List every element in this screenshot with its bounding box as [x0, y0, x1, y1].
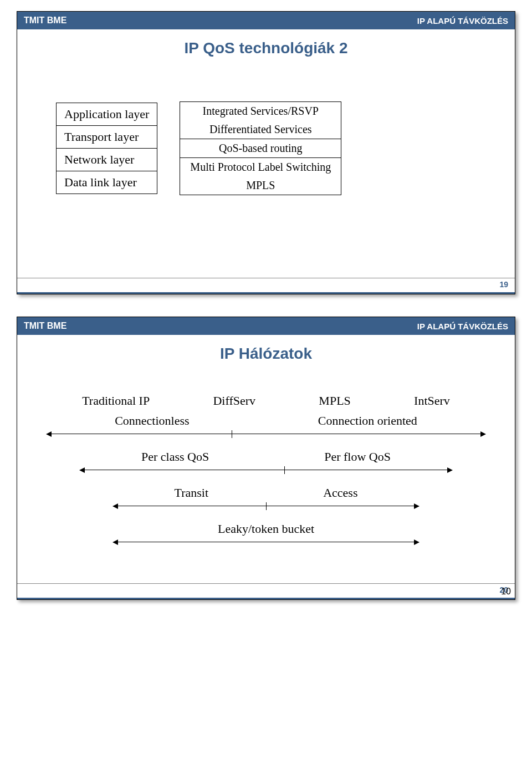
- slide-title: IP QoS technológiák 2: [17, 39, 515, 57]
- lbl-connection-oriented: Connection oriented: [318, 414, 417, 428]
- layer-network: Network layer: [57, 149, 157, 171]
- row3-labels: Per class QoS Per flow QoS: [84, 450, 448, 464]
- slide-20: TMIT BME IP ALAPÚ TÁVKÖZLÉS IP Hálózatok…: [17, 317, 515, 600]
- slide-body: Traditional IP DiffServ MPLS IntServ Con…: [17, 368, 515, 579]
- layers-table: Application layer Transport layer Networ…: [56, 85, 157, 212]
- row2-labels: Connectionless Connection oriented: [50, 414, 482, 428]
- axis-1: [50, 434, 482, 434]
- axis-4: [117, 542, 415, 542]
- qos-mpls-full: Multi Protocol Label Switching: [180, 158, 341, 177]
- slide-19: TMIT BME IP ALAPÚ TÁVKÖZLÉS IP QoS techn…: [17, 11, 515, 294]
- qos-intserv: Integrated Services/RSVP: [180, 102, 341, 121]
- lbl-diffserv: DiffServ: [213, 394, 255, 408]
- layer-application: Application layer: [57, 103, 157, 126]
- qos-diffserv: Differentiated Services: [180, 120, 341, 139]
- lbl-transit: Transit: [175, 486, 209, 500]
- axis-2: [84, 470, 448, 470]
- qos-table: Integrated Services/RSVP Differentiated …: [180, 85, 341, 212]
- layer-datalink: Data link layer: [57, 171, 157, 194]
- header-left: TMIT BME: [24, 321, 66, 331]
- slide-body: Application layer Transport layer Networ…: [17, 63, 515, 273]
- lbl-leaky-token: Leaky/token bucket: [218, 522, 314, 536]
- qos-mpls: MPLS: [180, 176, 341, 195]
- header-bar: TMIT BME IP ALAPÚ TÁVKÖZLÉS: [17, 12, 515, 29]
- qos-routing: QoS-based routing: [180, 139, 341, 158]
- page-number: 10: [501, 587, 511, 597]
- lbl-per-class-qos: Per class QoS: [141, 450, 209, 464]
- header-bar: TMIT BME IP ALAPÚ TÁVKÖZLÉS: [17, 317, 515, 335]
- slide-footer: 20: [17, 583, 515, 599]
- slide-title: IP Hálózatok: [17, 345, 515, 363]
- axis-3: [117, 506, 415, 506]
- row4-labels: Transit Access: [117, 486, 415, 500]
- row1-labels: Traditional IP DiffServ MPLS IntServ: [50, 394, 482, 408]
- slide-number: 19: [499, 280, 508, 289]
- row5-labels: Leaky/token bucket: [117, 522, 415, 536]
- layer-transport: Transport layer: [57, 126, 157, 149]
- header-right: IP ALAPÚ TÁVKÖZLÉS: [417, 322, 508, 331]
- header-left: TMIT BME: [24, 16, 66, 26]
- lbl-per-flow-qos: Per flow QoS: [324, 450, 391, 464]
- lbl-mpls: MPLS: [319, 394, 350, 408]
- lbl-traditional-ip: Traditional IP: [82, 394, 150, 408]
- header-right: IP ALAPÚ TÁVKÖZLÉS: [417, 16, 508, 26]
- lbl-connectionless: Connectionless: [115, 414, 189, 428]
- slide-footer: 19: [17, 278, 515, 294]
- lbl-access: Access: [323, 486, 357, 500]
- lbl-intserv: IntServ: [414, 394, 450, 408]
